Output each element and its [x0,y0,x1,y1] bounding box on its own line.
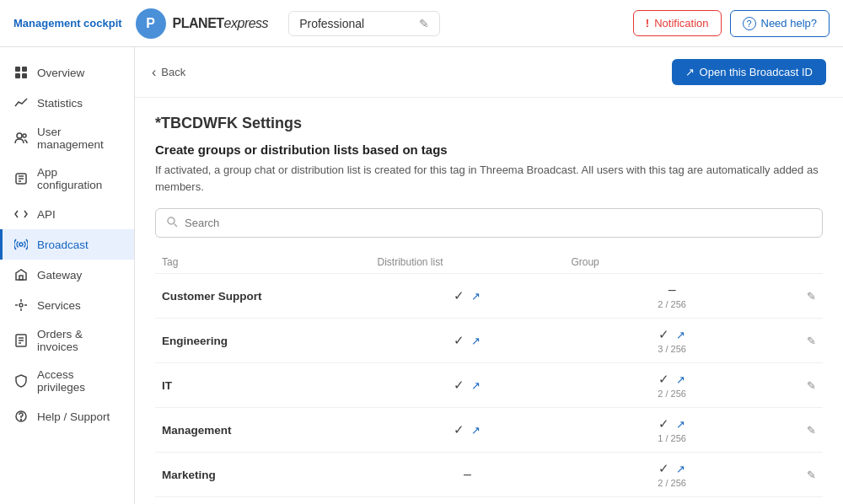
sidebar-label-access: Access privileges [37,368,121,394]
edit-row-icon[interactable]: ✎ [807,469,816,481]
table-row: Engineering✓ ↗ ✓ ↗ 3 / 256 ✎ [155,319,823,363]
chevron-left-icon: ‹ [152,65,156,80]
settings-icon [13,171,29,186]
search-bar [155,208,823,238]
sidebar-item-orders[interactable]: Orders & invoices [0,320,134,361]
logo-planet: PLANET [173,16,224,30]
logo: P PLANETexpress [136,8,269,39]
sidebar-item-access[interactable]: Access privileges [0,361,134,401]
table-row: Marketing– ✓ ↗ 2 / 256 ✎ [155,453,823,497]
svg-rect-3 [22,73,27,78]
svg-point-4 [17,133,22,138]
sidebar-item-user-management[interactable]: User management [0,118,134,158]
group-check-icon: ✓ [658,372,669,387]
edit-row-icon[interactable]: ✎ [807,335,816,347]
group-link-icon[interactable]: ↗ [676,329,685,341]
search-input[interactable] [185,217,812,229]
search-icon [166,216,178,230]
group-link-icon[interactable]: ↗ [676,373,685,386]
header: Management cockpit P PLANETexpress Profe… [0,0,843,47]
open-broadcast-label: Open this Broadcast ID [700,66,813,78]
group-link-icon[interactable]: ↗ [676,463,685,475]
shield-icon [13,373,29,389]
sidebar-label-user-management: User management [37,126,121,151]
group-count: 3 / 256 [658,344,686,354]
external-link-icon: ↗ [685,66,695,78]
table-row: Customer Support✓ ↗ – 2 / 256 ✎ [155,274,823,319]
logo-express: express [224,16,269,30]
dist-link-icon[interactable]: ↗ [471,290,481,303]
sidebar-label-statistics: Statistics [37,97,83,110]
sidebar-item-services[interactable]: Services [0,290,134,320]
dist-check-icon: ✓ [454,378,464,393]
sidebar-label-app-configuration: App configuration [37,166,121,191]
edit-row-icon[interactable]: ✎ [807,379,816,392]
sidebar-item-broadcast[interactable]: Broadcast [0,229,134,260]
back-bar: ‹ Back ↗ Open this Broadcast ID [135,47,843,98]
sidebar-label-api: API [37,208,56,221]
sidebar-item-statistics[interactable]: Statistics [0,88,134,118]
tag-table: Tag Distribution list Group Customer Sup… [155,251,823,504]
back-button[interactable]: ‹ Back [152,65,185,80]
table-row: IT✓ ↗ ✓ ↗ 2 / 256 ✎ [155,363,823,408]
th-group: Group [564,251,779,274]
help-label: Need help? [761,17,818,29]
settings-title: *TBCDWFK Settings [155,115,823,132]
group-count: 2 / 256 [658,389,686,399]
sidebar-item-gateway[interactable]: Gateway [0,260,134,290]
group-link-icon[interactable]: ↗ [676,418,685,431]
gateway-icon [13,267,29,282]
th-tag: Tag [155,251,370,274]
notification-button[interactable]: ! Notification [633,10,722,36]
org-name: Professional [299,17,412,30]
help-circle-icon: ? [743,17,756,30]
svg-point-22 [21,420,22,421]
dist-check-icon: ✓ [454,333,464,348]
svg-rect-1 [22,67,27,72]
open-broadcast-button[interactable]: ↗ Open this Broadcast ID [672,59,826,85]
dist-link-icon[interactable]: ↗ [471,335,481,347]
group-check-icon: ✓ [658,327,669,342]
broadcast-icon [13,237,29,252]
header-actions: ! Notification ? Need help? [633,10,830,37]
sidebar-item-overview[interactable]: Overview [0,57,134,88]
dist-dash-icon: – [464,467,471,482]
help-icon [13,409,29,424]
group-count: 1 / 256 [658,433,686,443]
svg-point-5 [23,134,26,137]
users-icon [13,131,29,146]
notification-label: Notification [654,17,708,29]
tag-name: Engineering [162,335,228,347]
dist-check-icon: ✓ [454,288,464,303]
tag-name: IT [162,379,172,392]
sidebar-item-app-configuration[interactable]: App configuration [0,158,134,199]
notification-icon: ! [646,17,649,29]
group-check-icon: ✓ [658,461,669,476]
code-icon [13,206,29,222]
table-row: Management✓ ↗ ✓ ↗ 1 / 256 ✎ [155,408,823,453]
logo-text: PLANETexpress [173,16,269,31]
sidebar-item-help[interactable]: Help / Support [0,401,134,432]
group-dash-icon: – [668,282,676,298]
svg-rect-11 [19,276,23,280]
logo-circle: P [136,8,166,39]
sidebar-label-help: Help / Support [37,410,110,423]
tag-name: Marketing [162,469,216,481]
back-label: Back [161,66,185,78]
chart-icon [13,95,29,110]
edit-row-icon[interactable]: ✎ [807,424,816,437]
settings-body: *TBCDWFK Settings Create groups or distr… [135,98,843,504]
table-row: Production✓ ↗ ✓ ↗ 4 / 256 ✎ [155,497,823,505]
management-label: Management cockpit [13,17,122,29]
help-button[interactable]: ? Need help? [730,10,830,37]
dist-link-icon[interactable]: ↗ [471,424,481,437]
dist-link-icon[interactable]: ↗ [471,379,481,392]
edit-row-icon[interactable]: ✎ [807,290,816,303]
svg-rect-2 [15,73,20,78]
sidebar-item-api[interactable]: API [0,199,134,229]
edit-org-icon[interactable]: ✎ [419,17,429,30]
svg-rect-0 [15,67,20,72]
tag-name: Management [162,424,232,437]
sidebar-label-broadcast: Broadcast [37,239,89,251]
org-selector[interactable]: Professional ✎ [288,11,440,36]
